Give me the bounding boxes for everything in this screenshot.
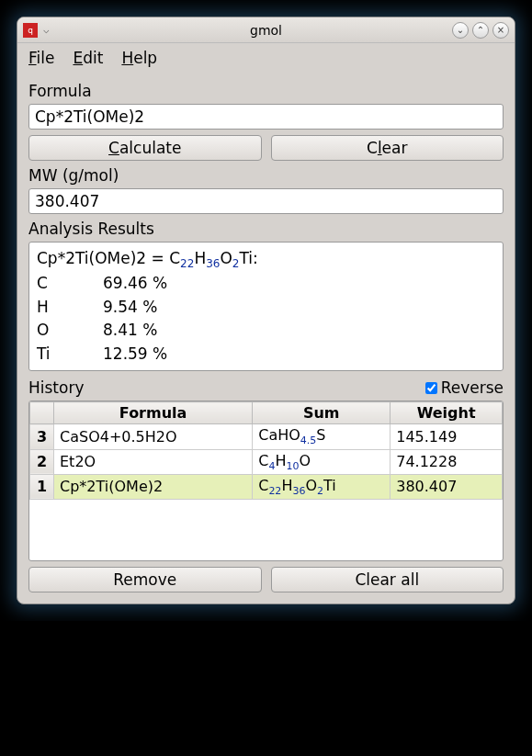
menu-edit[interactable]: Edit (73, 49, 103, 67)
analysis-row: Ti12.59 % (37, 343, 495, 367)
table-row[interactable]: 3CaSO4+0.5H2OCaHO4.5S145.149 (30, 424, 503, 449)
col-sum[interactable]: Sum (253, 402, 391, 424)
analysis-label: Analysis Results (28, 220, 504, 238)
maximize-icon[interactable]: ⌃ (472, 22, 489, 39)
analysis-row: C69.46 % (37, 272, 495, 296)
formula-input[interactable] (28, 104, 504, 130)
titlebar-pin-icon[interactable]: ⌵ (43, 24, 50, 36)
analysis-row: H9.54 % (37, 296, 495, 320)
history-table[interactable]: Formula Sum Weight 3CaSO4+0.5H2OCaHO4.5S… (29, 401, 503, 500)
window-title: gmol (17, 23, 515, 38)
col-rownum[interactable] (30, 402, 54, 424)
reverse-checkbox[interactable] (425, 382, 437, 394)
app-icon: q (23, 23, 38, 38)
app-window: q ⌵ gmol ⌄ ⌃ × File Edit Help Formula Ca… (17, 17, 515, 604)
history-table-container: Formula Sum Weight 3CaSO4+0.5H2OCaHO4.5S… (28, 401, 504, 561)
menu-help[interactable]: Help (121, 49, 157, 67)
clear-button[interactable]: Clear (271, 135, 504, 161)
table-row[interactable]: 2Et2OC4H10O74.1228 (30, 449, 503, 474)
analysis-results: Cp*2Ti(OMe)2 = C22H36O2Ti: C69.46 %H9.54… (28, 242, 504, 371)
analysis-row: O8.41 % (37, 319, 495, 343)
reverse-checkbox-label[interactable]: Reverse (425, 378, 504, 397)
titlebar[interactable]: q ⌵ gmol ⌄ ⌃ × (17, 17, 515, 43)
analysis-equation: Cp*2Ti(OMe)2 = C22H36O2Ti: (37, 247, 495, 272)
clear-all-button[interactable]: Clear all (271, 567, 504, 592)
close-icon[interactable]: × (492, 22, 509, 39)
calculate-button[interactable]: Calculate (28, 135, 262, 161)
history-label: History (28, 378, 84, 397)
table-row[interactable]: 1Cp*2Ti(OMe)2C22H36O2Ti380.407 (30, 474, 503, 499)
mw-label: MW (g/mol) (28, 166, 504, 185)
mw-output[interactable] (28, 188, 504, 214)
menu-file[interactable]: File (28, 49, 54, 67)
remove-button[interactable]: Remove (28, 567, 262, 592)
minimize-icon[interactable]: ⌄ (452, 22, 469, 39)
col-formula[interactable]: Formula (54, 402, 253, 424)
col-weight[interactable]: Weight (391, 402, 503, 424)
menubar: File Edit Help (17, 43, 515, 73)
formula-label: Formula (28, 82, 504, 100)
